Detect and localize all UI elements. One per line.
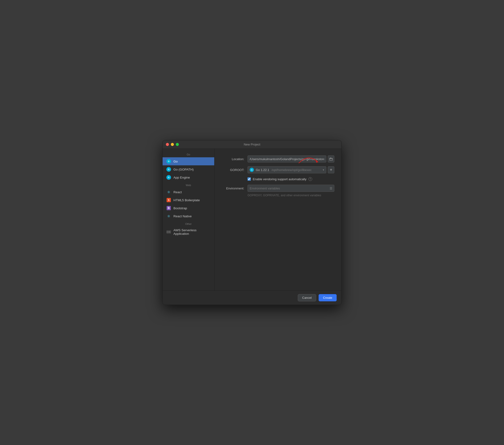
goroot-label: GOROOT: bbox=[222, 168, 248, 172]
sidebar-item-bootstrap-label: Bootstrap bbox=[173, 206, 187, 210]
goroot-field: G Go 1.22.1 /opt/homebrew/opt/go/libexec… bbox=[248, 166, 334, 173]
html5-icon: 5 bbox=[166, 198, 171, 202]
env-browse-icon[interactable]: ☰ bbox=[330, 187, 332, 190]
vendoring-row: Enable vendoring support automatically ? bbox=[248, 177, 334, 181]
close-button[interactable] bbox=[166, 143, 169, 146]
bootstrap-icon: B bbox=[166, 206, 171, 211]
help-icon[interactable]: ? bbox=[308, 177, 312, 181]
location-label: Location: bbox=[222, 157, 248, 161]
cancel-button[interactable]: Cancel bbox=[298, 294, 316, 301]
sidebar-item-html5-label: HTML5 Boilerplate bbox=[173, 198, 200, 202]
dialog-content: Go G Go G Go (GOPATH) G App Engine bbox=[162, 149, 342, 290]
location-row: Location: bbox=[222, 155, 334, 162]
sidebar-item-app-engine[interactable]: G App Engine bbox=[162, 173, 214, 181]
go-icon: G bbox=[166, 159, 171, 164]
go-gopath-icon: G bbox=[166, 167, 171, 172]
go-version-text: Go 1.22.1 /opt/homebrew/opt/go/libexec bbox=[256, 168, 312, 172]
sidebar-item-go-label: Go bbox=[173, 160, 178, 163]
svg-rect-0 bbox=[167, 231, 171, 233]
goroot-select[interactable]: G Go 1.22.1 /opt/homebrew/opt/go/libexec… bbox=[248, 166, 326, 173]
sidebar-item-bootstrap[interactable]: B Bootstrap bbox=[162, 204, 214, 212]
sidebar-item-react-label: React bbox=[173, 190, 182, 194]
sidebar-item-react[interactable]: ⚛ React bbox=[162, 188, 214, 196]
vendoring-label[interactable]: Enable vendoring support automatically bbox=[253, 177, 306, 181]
minimize-button[interactable] bbox=[171, 143, 174, 146]
sidebar-item-react-native[interactable]: ⚛ React Native bbox=[162, 212, 214, 220]
footer: Cancel Create bbox=[162, 290, 342, 305]
goroot-row: GOROOT: G Go 1.22.1 /opt/homebrew/opt/go… bbox=[222, 166, 334, 173]
goroot-add-button[interactable]: + bbox=[328, 166, 334, 173]
new-project-dialog: New Project Go G Go G Go (GOPATH) G bbox=[162, 140, 342, 305]
react-native-icon: ⚛ bbox=[166, 214, 171, 218]
app-engine-icon: G bbox=[166, 175, 171, 180]
sidebar-item-go[interactable]: G Go bbox=[162, 157, 214, 165]
titlebar: New Project bbox=[162, 140, 342, 149]
aws-icon bbox=[166, 230, 171, 234]
sidebar: Go G Go G Go (GOPATH) G App Engine bbox=[162, 149, 215, 290]
sidebar-item-aws-label: AWS Serverless Application bbox=[173, 228, 211, 235]
sidebar-item-aws[interactable]: AWS Serverless Application bbox=[162, 227, 214, 237]
vendoring-checkbox[interactable] bbox=[248, 177, 251, 181]
svg-rect-1 bbox=[167, 232, 168, 232]
react-icon: ⚛ bbox=[166, 190, 171, 194]
sidebar-item-gopath-label: Go (GOPATH) bbox=[173, 168, 194, 171]
env-input-container: ☰ bbox=[248, 185, 334, 192]
environment-field: ☰ bbox=[248, 185, 334, 192]
sidebar-section-web: Web bbox=[162, 181, 214, 188]
sidebar-item-appengine-label: App Engine bbox=[173, 176, 190, 179]
environment-input[interactable] bbox=[248, 185, 334, 192]
location-field bbox=[248, 155, 334, 162]
window-title: New Project bbox=[244, 143, 260, 146]
goroot-select-text: G Go 1.22.1 /opt/homebrew/opt/go/libexec bbox=[250, 168, 312, 172]
environment-label: Environment: bbox=[222, 187, 248, 190]
sidebar-section-other: Other bbox=[162, 220, 214, 227]
create-button[interactable]: Create bbox=[319, 294, 337, 301]
maximize-button[interactable] bbox=[176, 143, 179, 146]
sidebar-item-html5[interactable]: 5 HTML5 Boilerplate bbox=[162, 196, 214, 204]
location-browse-button[interactable] bbox=[328, 155, 334, 162]
location-input[interactable] bbox=[248, 155, 326, 162]
environment-row: Environment: ☰ bbox=[222, 185, 334, 192]
svg-rect-2 bbox=[169, 232, 170, 232]
chevron-down-icon: ▾ bbox=[323, 168, 324, 172]
env-hint: GOPROXY, GOPRIVATE, and other environmen… bbox=[248, 194, 334, 197]
go-version-icon: G bbox=[250, 168, 254, 172]
sidebar-section-go: Go bbox=[162, 151, 214, 157]
svg-rect-4 bbox=[330, 158, 332, 160]
sidebar-item-reactnative-label: React Native bbox=[173, 214, 192, 218]
traffic-lights bbox=[166, 143, 179, 146]
sidebar-item-go-gopath[interactable]: G Go (GOPATH) bbox=[162, 165, 214, 173]
main-panel: Location: GOROOT: bbox=[215, 149, 342, 290]
